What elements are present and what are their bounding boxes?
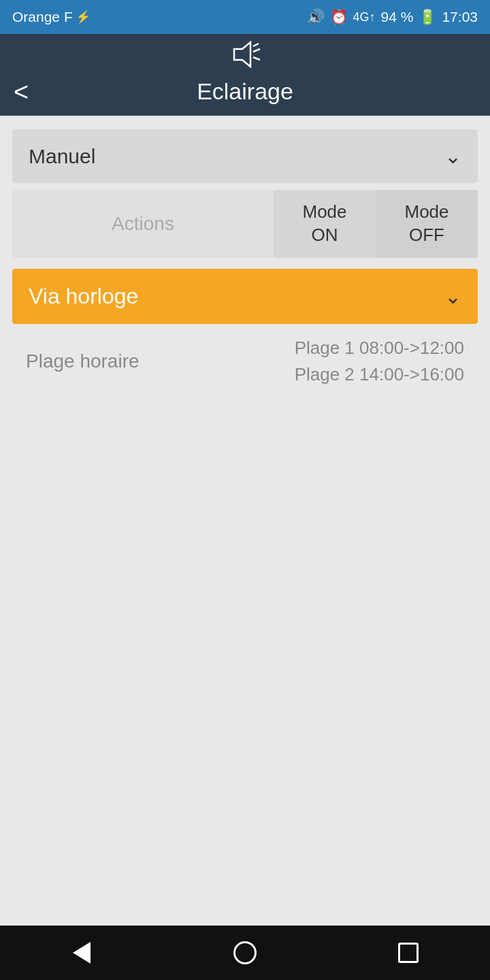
svg-marker-0 — [234, 42, 250, 67]
svg-line-2 — [253, 49, 260, 52]
nav-back-button[interactable] — [61, 932, 102, 973]
bottom-nav — [0, 926, 490, 980]
plage-horaire-label: Plage horaire — [19, 350, 295, 372]
plage-1-value: Plage 1 08:00->12:00 — [295, 338, 464, 359]
nav-recent-button[interactable] — [388, 932, 429, 973]
main-content: Manuel ⌄ Actions Mode ON Mode OFF Via ho… — [0, 116, 490, 926]
bluetooth-icon: 🔊 — [307, 9, 325, 25]
page-title: Eclairage — [197, 78, 293, 105]
recent-square-icon — [398, 943, 419, 963]
mode-on-button[interactable]: Mode ON — [274, 190, 376, 258]
back-triangle-icon — [73, 942, 91, 964]
carrier-name: Orange F — [12, 9, 73, 25]
alarm-icon: ⏰ — [330, 9, 348, 25]
via-horloge-chevron-icon: ⌄ — [444, 284, 461, 308]
back-button[interactable]: < — [14, 79, 29, 105]
carrier-info: Orange F ⚡ — [12, 9, 91, 25]
manuel-chevron-icon: ⌄ — [444, 144, 461, 168]
battery-icon: 🔋 — [419, 9, 436, 25]
app-bar: < Eclairage — [0, 34, 490, 116]
manuel-label: Manuel — [29, 145, 95, 168]
time-display: 17:03 — [442, 9, 478, 25]
status-icons: 🔊 ⏰ 4G↑ 94 % 🔋 17:03 — [307, 9, 478, 25]
mode-off-button[interactable]: Mode OFF — [376, 190, 478, 258]
network-icon: 4G↑ — [353, 10, 376, 24]
usb-icon: ⚡ — [76, 10, 91, 24]
app-bar-row: < Eclairage — [0, 78, 490, 105]
nav-home-button[interactable] — [225, 932, 265, 973]
home-circle-icon — [233, 941, 257, 964]
status-bar: Orange F ⚡ 🔊 ⏰ 4G↑ 94 % 🔋 17:03 — [0, 0, 490, 34]
via-horloge-dropdown[interactable]: Via horloge ⌄ — [12, 269, 478, 324]
actions-row: Actions Mode ON Mode OFF — [12, 190, 478, 258]
plage-2-value: Plage 2 14:00->16:00 — [295, 364, 464, 385]
speaker-icon — [229, 41, 261, 74]
svg-line-1 — [253, 44, 259, 46]
via-horloge-label: Via horloge — [29, 284, 138, 309]
plage-values: Plage 1 08:00->12:00 Plage 2 14:00->16:0… — [295, 338, 471, 385]
manuel-dropdown[interactable]: Manuel ⌄ — [12, 129, 478, 183]
actions-label: Actions — [12, 190, 274, 258]
svg-line-3 — [253, 57, 260, 60]
plage-horaire-row: Plage horaire Plage 1 08:00->12:00 Plage… — [12, 324, 478, 399]
battery-label: 94 % — [381, 9, 414, 25]
